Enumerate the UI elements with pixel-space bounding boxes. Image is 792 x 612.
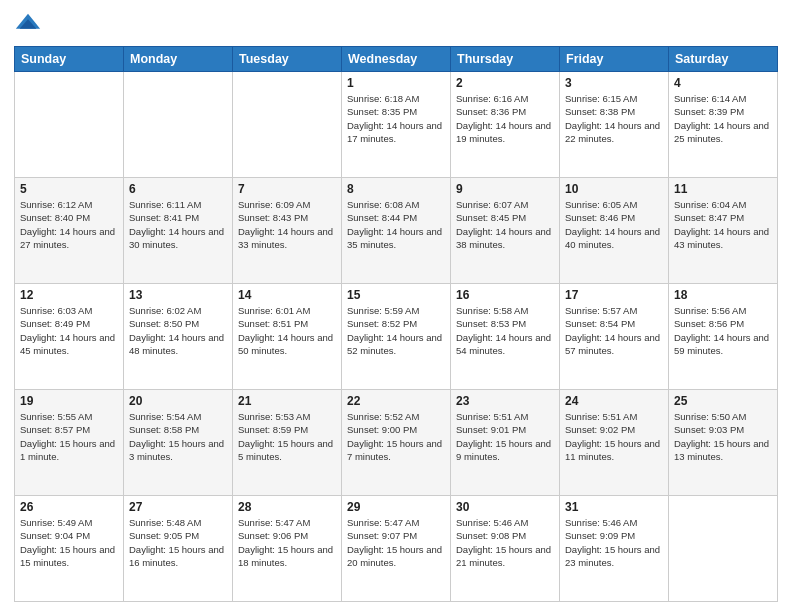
calendar-cell — [233, 72, 342, 178]
day-number: 24 — [565, 394, 663, 408]
calendar-cell: 17Sunrise: 5:57 AM Sunset: 8:54 PM Dayli… — [560, 284, 669, 390]
calendar-cell: 25Sunrise: 5:50 AM Sunset: 9:03 PM Dayli… — [669, 390, 778, 496]
day-info: Sunrise: 5:54 AM Sunset: 8:58 PM Dayligh… — [129, 410, 227, 463]
calendar-cell — [15, 72, 124, 178]
calendar-cell: 19Sunrise: 5:55 AM Sunset: 8:57 PM Dayli… — [15, 390, 124, 496]
day-info: Sunrise: 6:11 AM Sunset: 8:41 PM Dayligh… — [129, 198, 227, 251]
calendar-cell: 7Sunrise: 6:09 AM Sunset: 8:43 PM Daylig… — [233, 178, 342, 284]
calendar-cell: 21Sunrise: 5:53 AM Sunset: 8:59 PM Dayli… — [233, 390, 342, 496]
calendar-cell: 24Sunrise: 5:51 AM Sunset: 9:02 PM Dayli… — [560, 390, 669, 496]
calendar-cell: 26Sunrise: 5:49 AM Sunset: 9:04 PM Dayli… — [15, 496, 124, 602]
day-number: 1 — [347, 76, 445, 90]
day-number: 12 — [20, 288, 118, 302]
day-info: Sunrise: 5:59 AM Sunset: 8:52 PM Dayligh… — [347, 304, 445, 357]
day-info: Sunrise: 5:56 AM Sunset: 8:56 PM Dayligh… — [674, 304, 772, 357]
day-info: Sunrise: 6:12 AM Sunset: 8:40 PM Dayligh… — [20, 198, 118, 251]
weekday-header-thursday: Thursday — [451, 47, 560, 72]
day-number: 30 — [456, 500, 554, 514]
weekday-header-saturday: Saturday — [669, 47, 778, 72]
day-number: 10 — [565, 182, 663, 196]
weekday-row: SundayMondayTuesdayWednesdayThursdayFrid… — [15, 47, 778, 72]
day-info: Sunrise: 5:51 AM Sunset: 9:01 PM Dayligh… — [456, 410, 554, 463]
calendar-cell: 3Sunrise: 6:15 AM Sunset: 8:38 PM Daylig… — [560, 72, 669, 178]
day-number: 14 — [238, 288, 336, 302]
day-number: 11 — [674, 182, 772, 196]
day-info: Sunrise: 5:52 AM Sunset: 9:00 PM Dayligh… — [347, 410, 445, 463]
weekday-header-tuesday: Tuesday — [233, 47, 342, 72]
calendar-cell: 28Sunrise: 5:47 AM Sunset: 9:06 PM Dayli… — [233, 496, 342, 602]
day-info: Sunrise: 6:02 AM Sunset: 8:50 PM Dayligh… — [129, 304, 227, 357]
day-number: 6 — [129, 182, 227, 196]
calendar-cell: 29Sunrise: 5:47 AM Sunset: 9:07 PM Dayli… — [342, 496, 451, 602]
calendar-cell: 13Sunrise: 6:02 AM Sunset: 8:50 PM Dayli… — [124, 284, 233, 390]
day-info: Sunrise: 5:58 AM Sunset: 8:53 PM Dayligh… — [456, 304, 554, 357]
day-info: Sunrise: 6:04 AM Sunset: 8:47 PM Dayligh… — [674, 198, 772, 251]
day-info: Sunrise: 5:48 AM Sunset: 9:05 PM Dayligh… — [129, 516, 227, 569]
day-number: 20 — [129, 394, 227, 408]
day-number: 22 — [347, 394, 445, 408]
day-info: Sunrise: 5:57 AM Sunset: 8:54 PM Dayligh… — [565, 304, 663, 357]
day-number: 21 — [238, 394, 336, 408]
calendar-cell: 27Sunrise: 5:48 AM Sunset: 9:05 PM Dayli… — [124, 496, 233, 602]
day-number: 3 — [565, 76, 663, 90]
weekday-header-wednesday: Wednesday — [342, 47, 451, 72]
day-number: 4 — [674, 76, 772, 90]
day-number: 18 — [674, 288, 772, 302]
calendar-cell: 6Sunrise: 6:11 AM Sunset: 8:41 PM Daylig… — [124, 178, 233, 284]
logo — [14, 10, 46, 38]
day-info: Sunrise: 5:51 AM Sunset: 9:02 PM Dayligh… — [565, 410, 663, 463]
calendar-cell — [124, 72, 233, 178]
page: SundayMondayTuesdayWednesdayThursdayFrid… — [0, 0, 792, 612]
day-info: Sunrise: 6:03 AM Sunset: 8:49 PM Dayligh… — [20, 304, 118, 357]
calendar-cell: 22Sunrise: 5:52 AM Sunset: 9:00 PM Dayli… — [342, 390, 451, 496]
calendar-cell: 31Sunrise: 5:46 AM Sunset: 9:09 PM Dayli… — [560, 496, 669, 602]
calendar-cell: 10Sunrise: 6:05 AM Sunset: 8:46 PM Dayli… — [560, 178, 669, 284]
day-info: Sunrise: 5:46 AM Sunset: 9:08 PM Dayligh… — [456, 516, 554, 569]
calendar-cell: 2Sunrise: 6:16 AM Sunset: 8:36 PM Daylig… — [451, 72, 560, 178]
week-row-4: 26Sunrise: 5:49 AM Sunset: 9:04 PM Dayli… — [15, 496, 778, 602]
calendar-cell: 14Sunrise: 6:01 AM Sunset: 8:51 PM Dayli… — [233, 284, 342, 390]
day-number: 31 — [565, 500, 663, 514]
weekday-header-monday: Monday — [124, 47, 233, 72]
calendar-cell: 11Sunrise: 6:04 AM Sunset: 8:47 PM Dayli… — [669, 178, 778, 284]
calendar-body: 1Sunrise: 6:18 AM Sunset: 8:35 PM Daylig… — [15, 72, 778, 602]
day-info: Sunrise: 6:01 AM Sunset: 8:51 PM Dayligh… — [238, 304, 336, 357]
day-number: 16 — [456, 288, 554, 302]
day-info: Sunrise: 6:08 AM Sunset: 8:44 PM Dayligh… — [347, 198, 445, 251]
calendar-cell: 4Sunrise: 6:14 AM Sunset: 8:39 PM Daylig… — [669, 72, 778, 178]
calendar-cell — [669, 496, 778, 602]
day-info: Sunrise: 5:47 AM Sunset: 9:07 PM Dayligh… — [347, 516, 445, 569]
day-info: Sunrise: 5:47 AM Sunset: 9:06 PM Dayligh… — [238, 516, 336, 569]
day-number: 7 — [238, 182, 336, 196]
day-info: Sunrise: 6:05 AM Sunset: 8:46 PM Dayligh… — [565, 198, 663, 251]
calendar-cell: 30Sunrise: 5:46 AM Sunset: 9:08 PM Dayli… — [451, 496, 560, 602]
day-number: 8 — [347, 182, 445, 196]
day-number: 13 — [129, 288, 227, 302]
weekday-header-sunday: Sunday — [15, 47, 124, 72]
day-number: 23 — [456, 394, 554, 408]
day-number: 29 — [347, 500, 445, 514]
week-row-3: 19Sunrise: 5:55 AM Sunset: 8:57 PM Dayli… — [15, 390, 778, 496]
day-number: 17 — [565, 288, 663, 302]
day-number: 26 — [20, 500, 118, 514]
calendar-cell: 8Sunrise: 6:08 AM Sunset: 8:44 PM Daylig… — [342, 178, 451, 284]
day-info: Sunrise: 6:09 AM Sunset: 8:43 PM Dayligh… — [238, 198, 336, 251]
calendar-cell: 15Sunrise: 5:59 AM Sunset: 8:52 PM Dayli… — [342, 284, 451, 390]
calendar-cell: 5Sunrise: 6:12 AM Sunset: 8:40 PM Daylig… — [15, 178, 124, 284]
week-row-2: 12Sunrise: 6:03 AM Sunset: 8:49 PM Dayli… — [15, 284, 778, 390]
day-number: 28 — [238, 500, 336, 514]
day-info: Sunrise: 6:14 AM Sunset: 8:39 PM Dayligh… — [674, 92, 772, 145]
header — [14, 10, 778, 38]
day-number: 2 — [456, 76, 554, 90]
day-info: Sunrise: 6:16 AM Sunset: 8:36 PM Dayligh… — [456, 92, 554, 145]
day-info: Sunrise: 5:49 AM Sunset: 9:04 PM Dayligh… — [20, 516, 118, 569]
calendar-header: SundayMondayTuesdayWednesdayThursdayFrid… — [15, 47, 778, 72]
calendar-cell: 9Sunrise: 6:07 AM Sunset: 8:45 PM Daylig… — [451, 178, 560, 284]
day-number: 25 — [674, 394, 772, 408]
day-info: Sunrise: 6:15 AM Sunset: 8:38 PM Dayligh… — [565, 92, 663, 145]
calendar-cell: 20Sunrise: 5:54 AM Sunset: 8:58 PM Dayli… — [124, 390, 233, 496]
day-number: 27 — [129, 500, 227, 514]
logo-icon — [14, 10, 42, 38]
day-number: 9 — [456, 182, 554, 196]
day-number: 15 — [347, 288, 445, 302]
